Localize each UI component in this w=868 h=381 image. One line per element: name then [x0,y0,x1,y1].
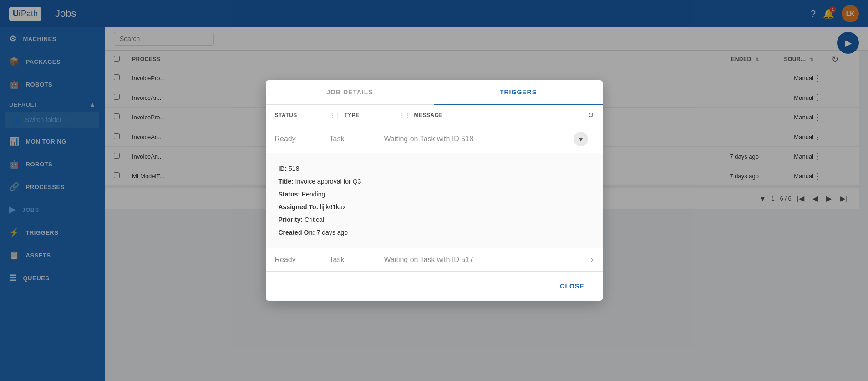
detail-created: Created On: 7 days ago [279,226,590,239]
created-value: 7 days ago [317,229,348,236]
assigned-label: Assigned To: [279,203,319,211]
modal-footer: CLOSE [266,271,603,301]
priority-label: Priority: [279,216,303,223]
trigger-header-type: TYPE [345,112,399,118]
trigger-row-2: Ready Task Waiting on Task with ID 517 › [266,248,603,271]
trigger-expand-button-1[interactable]: ▾ [574,132,594,146]
col-separator-1: ⋮⋮ [330,112,341,118]
title-value: Invoice approval for Q3 [295,178,361,185]
detail-priority: Priority: Critical [279,213,590,226]
detail-title: Title: Invoice approval for Q3 [279,175,590,188]
status-label: Status: [279,190,300,198]
expand-icon-down[interactable]: ▾ [574,132,588,146]
trigger-row-status: Ready [275,135,330,143]
trigger-refresh-button[interactable]: ↻ [588,111,594,119]
created-label: Created On: [279,229,315,236]
detail-assigned: Assigned To: lijik61kax [279,201,590,213]
trigger-row-1: Ready Task Waiting on Task with ID 518 ▾ [266,125,603,153]
tab-job-details[interactable]: JOB DETAILS [266,80,434,105]
trigger-header-refresh: ↻ [574,111,594,119]
trigger-row-message: Waiting on Task with ID 518 [384,135,574,143]
modal-tabs: JOB DETAILS TRIGGERS [266,80,603,105]
trigger-header-message: MESSAGE [414,112,574,118]
trigger-detail-panel: ID: 518 Title: Invoice approval for Q3 S… [266,153,603,248]
col-separator-2: ⋮⋮ [399,112,411,118]
trigger-table-header: STATUS ⋮⋮ TYPE ⋮⋮ MESSAGE ↻ [266,105,603,125]
status-value: Pending [302,190,325,198]
priority-value: Critical [305,216,324,223]
trigger-row-type: Task [330,256,384,264]
trigger-row-type: Task [330,135,384,143]
trigger-row-message: Waiting on Task with ID 517 [384,256,574,264]
close-button[interactable]: CLOSE [553,279,591,293]
modal-overlay: JOB DETAILS TRIGGERS STATUS ⋮⋮ TYPE ⋮⋮ M… [0,0,868,381]
detail-id: ID: 518 [279,162,590,175]
chevron-right-icon[interactable]: › [591,255,594,264]
trigger-expand-button-2[interactable]: › [574,255,594,264]
detail-status: Status: Pending [279,188,590,201]
trigger-row-status: Ready [275,256,330,264]
trigger-header-status: STATUS [275,112,330,118]
tab-triggers[interactable]: TRIGGERS [434,80,603,105]
modal-body: STATUS ⋮⋮ TYPE ⋮⋮ MESSAGE ↻ Ready Task W… [266,105,603,271]
title-label: Title: [279,178,294,185]
assigned-value: lijik61kax [320,203,346,211]
id-label: ID: [279,165,287,172]
id-value: 518 [289,165,299,172]
modal: JOB DETAILS TRIGGERS STATUS ⋮⋮ TYPE ⋮⋮ M… [266,80,603,301]
